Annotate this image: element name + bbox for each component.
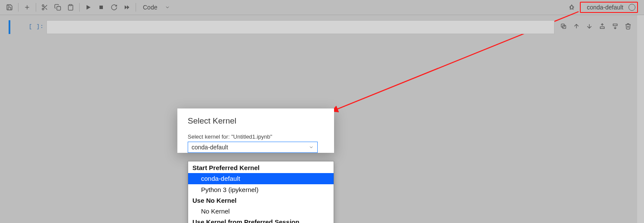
kernel-status-icon[interactable] <box>629 4 635 11</box>
cell-input[interactable] <box>46 20 554 34</box>
chevron-down-icon <box>165 5 170 10</box>
cell-type-select[interactable]: Code <box>139 4 174 11</box>
vertical-scrollbar[interactable] <box>637 15 644 223</box>
svg-rect-12 <box>99 6 103 9</box>
kernel-indicator-area: conda-default <box>564 2 641 13</box>
move-up-icon[interactable] <box>571 20 582 32</box>
dropdown-group: Use Kernel from Preferred Session <box>188 217 334 223</box>
svg-rect-9 <box>57 6 61 10</box>
dropdown-option[interactable]: conda-default <box>188 173 334 184</box>
cell-type-label: Code <box>143 4 157 11</box>
svg-rect-27 <box>600 27 604 28</box>
toolbar-divider <box>79 3 80 12</box>
move-down-icon[interactable] <box>584 20 595 32</box>
svg-line-8 <box>43 6 45 7</box>
chevron-down-icon <box>309 145 314 150</box>
cell-active-marker <box>9 20 10 34</box>
svg-marker-11 <box>87 5 90 10</box>
svg-line-22 <box>573 9 573 9</box>
kernel-name[interactable]: conda-default <box>584 3 626 12</box>
insert-above-icon[interactable] <box>597 20 608 32</box>
kernel-dropdown[interactable]: Start Preferred Kernelconda-defaultPytho… <box>188 161 334 223</box>
svg-marker-14 <box>127 5 129 9</box>
svg-rect-15 <box>570 6 573 9</box>
dropdown-option[interactable]: No Kernel <box>188 206 334 217</box>
cell-toolbar <box>556 20 635 32</box>
dialog-label: Select kernel for: "Untitled1.ipynb" <box>188 133 324 140</box>
kernel-select-value: conda-default <box>192 144 228 151</box>
copy-icon[interactable] <box>52 2 64 13</box>
run-icon[interactable] <box>82 2 94 13</box>
stop-icon[interactable] <box>95 2 107 13</box>
dropdown-option[interactable]: Python 3 (ipykernel) <box>188 184 334 195</box>
toolbar-divider <box>18 3 19 12</box>
kernel-select[interactable]: conda-default <box>188 142 318 153</box>
delete-cell-icon[interactable] <box>622 20 634 32</box>
notebook-toolbar: Code conda-default <box>0 0 644 15</box>
svg-line-7 <box>46 8 47 10</box>
svg-marker-13 <box>125 5 127 9</box>
select-kernel-dialog: Select Kernel Select kernel for: "Untitl… <box>177 108 334 153</box>
cut-icon[interactable] <box>39 2 51 13</box>
toolbar-divider <box>36 3 36 12</box>
dropdown-group: Use No Kernel <box>188 195 334 206</box>
svg-rect-10 <box>69 4 71 6</box>
svg-rect-29 <box>613 24 617 26</box>
save-icon[interactable] <box>3 2 15 13</box>
cell-prompt: [ ]: <box>25 20 44 30</box>
svg-line-21 <box>570 9 571 9</box>
svg-point-4 <box>42 5 44 6</box>
debug-icon[interactable] <box>567 2 576 13</box>
run-all-icon[interactable] <box>121 2 133 13</box>
code-cell[interactable]: [ ]: <box>9 20 635 34</box>
duplicate-cell-icon[interactable] <box>558 20 569 32</box>
dropdown-group: Start Preferred Kernel <box>188 162 334 173</box>
kernel-name-highlight: conda-default <box>580 2 638 13</box>
paste-icon[interactable] <box>65 2 77 13</box>
add-cell-icon[interactable] <box>21 2 33 13</box>
toolbar-divider <box>136 3 136 12</box>
dialog-title: Select Kernel <box>188 116 324 126</box>
svg-point-5 <box>42 8 44 10</box>
restart-icon[interactable] <box>108 2 120 13</box>
insert-below-icon[interactable] <box>610 20 621 32</box>
